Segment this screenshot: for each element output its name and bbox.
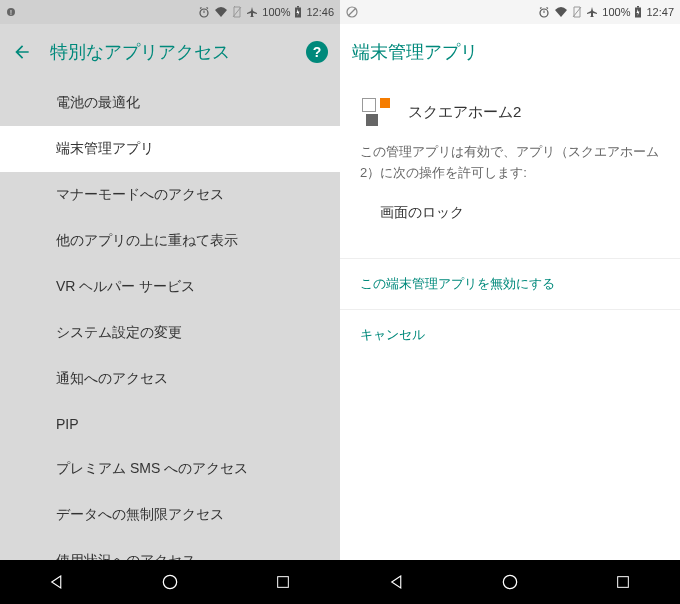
app-description: この管理アプリは有効で、アプリ（スクエアホーム2）に次の操作を許可します: — [360, 142, 660, 184]
list-item[interactable]: 使用状況へのアクセス — [0, 538, 340, 560]
airplane-icon — [586, 6, 598, 18]
alarm-icon — [198, 6, 210, 18]
clock-text: 12:46 — [306, 6, 334, 18]
list-item[interactable]: データへの無制限アクセス — [0, 492, 340, 538]
nav-home-button[interactable] — [480, 560, 540, 604]
battery-icon — [634, 6, 642, 18]
svg-line-15 — [540, 8, 542, 9]
screen-special-app-access: ! 100% 12:46 特別なアプリアクセス ? 電池の最適化端末管理アプリマ… — [0, 0, 340, 604]
cancel-button[interactable]: キャンセル — [340, 309, 680, 360]
svg-rect-8 — [297, 6, 299, 8]
list-item[interactable]: 他のアプリの上に重ねて表示 — [0, 218, 340, 264]
nav-home-button[interactable] — [140, 560, 200, 604]
list-item[interactable]: VR ヘルパー サービス — [0, 264, 340, 310]
navigation-bar — [340, 560, 680, 604]
list-item[interactable]: プレミアム SMS へのアクセス — [0, 446, 340, 492]
no-sim-icon — [232, 6, 242, 18]
nav-back-button[interactable] — [27, 560, 87, 604]
list-item[interactable]: 通知へのアクセス — [0, 356, 340, 402]
airplane-icon — [246, 6, 258, 18]
appbar: 端末管理アプリ — [340, 24, 680, 80]
notification-dot-icon: ! — [6, 7, 16, 17]
svg-text:!: ! — [10, 9, 12, 16]
nav-recent-button[interactable] — [253, 560, 313, 604]
svg-point-20 — [503, 575, 516, 588]
statusbar: 100% 12:47 — [340, 0, 680, 24]
svg-line-16 — [547, 8, 549, 9]
no-sim-icon — [572, 6, 582, 18]
battery-text: 100% — [262, 6, 290, 18]
detail-content: スクエアホーム2 この管理アプリは有効で、アプリ（スクエアホーム2）に次の操作を… — [340, 80, 680, 560]
app-name: スクエアホーム2 — [408, 103, 521, 122]
statusbar: ! 100% 12:46 — [0, 0, 340, 24]
list-item[interactable]: 端末管理アプリ — [0, 126, 340, 172]
list-item[interactable]: マナーモードへのアクセス — [0, 172, 340, 218]
nav-recent-button[interactable] — [593, 560, 653, 604]
list-item[interactable]: PIP — [0, 402, 340, 446]
list-item[interactable]: システム設定の変更 — [0, 310, 340, 356]
svg-rect-21 — [618, 577, 629, 588]
battery-icon — [294, 6, 302, 18]
app-header: スクエアホーム2 — [360, 96, 660, 128]
svg-line-12 — [348, 8, 356, 16]
svg-rect-19 — [637, 6, 639, 8]
permission-item: 画面のロック — [360, 198, 660, 242]
page-title: 特別なアプリアクセス — [50, 40, 288, 64]
wifi-icon — [214, 6, 228, 18]
wifi-icon — [554, 6, 568, 18]
appbar: 特別なアプリアクセス ? — [0, 24, 340, 80]
back-button[interactable] — [12, 42, 32, 62]
battery-text: 100% — [602, 6, 630, 18]
app-icon — [360, 96, 392, 128]
settings-list: 電池の最適化端末管理アプリマナーモードへのアクセス他のアプリの上に重ねて表示VR… — [0, 80, 340, 560]
clock-text: 12:47 — [646, 6, 674, 18]
navigation-bar — [0, 560, 340, 604]
svg-line-4 — [200, 8, 202, 9]
alarm-icon — [538, 6, 550, 18]
screen-device-admin-app: 100% 12:47 端末管理アプリ スクエアホーム2 この管理アプリは有効で、… — [340, 0, 680, 604]
svg-line-5 — [207, 8, 209, 9]
svg-rect-10 — [278, 577, 289, 588]
list-item[interactable]: 電池の最適化 — [0, 80, 340, 126]
svg-point-9 — [163, 575, 176, 588]
disable-admin-button[interactable]: この端末管理アプリを無効にする — [340, 258, 680, 309]
rotation-lock-icon — [346, 6, 358, 18]
page-title: 端末管理アプリ — [352, 40, 668, 64]
nav-back-button[interactable] — [367, 560, 427, 604]
help-button[interactable]: ? — [306, 41, 328, 63]
